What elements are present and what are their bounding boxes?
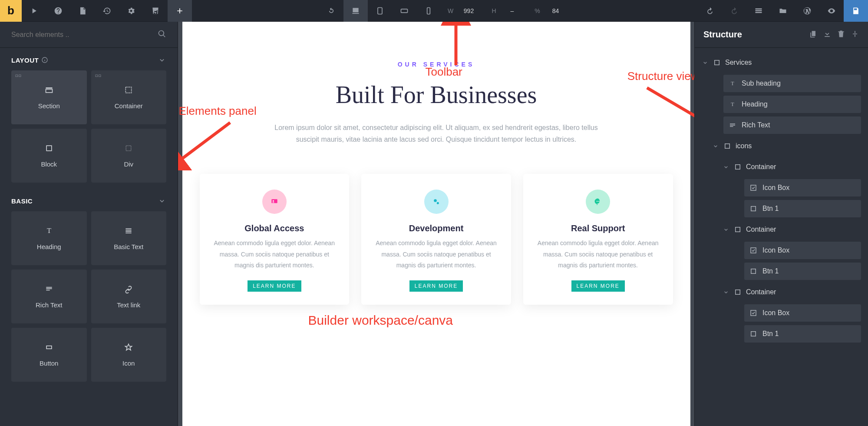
element-card-text-link[interactable]: Text link — [91, 270, 167, 323]
height-value[interactable]: – — [502, 7, 523, 14]
svg-rect-6 — [46, 87, 52, 89]
device-mobile-icon[interactable] — [416, 0, 441, 22]
width-label: W — [445, 7, 456, 14]
element-card-rich-text[interactable]: Rich Text — [11, 270, 87, 323]
download-icon[interactable] — [823, 30, 832, 40]
tree-item[interactable]: icons — [695, 136, 868, 156]
element-card-container[interactable]: Container — [91, 70, 167, 124]
svg-rect-2 — [427, 7, 430, 14]
learn-more-button[interactable]: LEARN MORE — [409, 280, 463, 292]
element-card-basic-text[interactable]: Basic Text — [91, 211, 167, 265]
css-icon[interactable] — [143, 0, 168, 22]
svg-rect-14 — [46, 346, 52, 349]
tree-item[interactable]: Btn 1 — [695, 261, 868, 282]
element-card-button[interactable]: Button — [11, 328, 87, 382]
lead-text[interactable]: Lorem ipsum dolor sit amet, consectetur … — [263, 122, 610, 145]
element-label: Block — [41, 160, 57, 168]
canvas-wrapper[interactable]: OUR SERVICES Built For Businesses Lorem … — [178, 22, 694, 426]
headline[interactable]: Built For Businesses — [200, 81, 673, 109]
chevron-down-icon[interactable] — [723, 225, 729, 234]
tree-item[interactable]: TSub heading — [695, 73, 868, 94]
feature-card[interactable]: Global Access Aenean commodo ligula egge… — [200, 174, 350, 305]
category-header[interactable]: LAYOUT — [0, 48, 178, 70]
wordpress-icon[interactable] — [795, 0, 819, 22]
learn-more-button[interactable]: LEARN MORE — [571, 280, 625, 292]
element-card-div[interactable]: Div — [91, 129, 167, 183]
tree-item[interactable]: Services — [695, 52, 868, 73]
help-icon[interactable] — [46, 0, 70, 22]
tree-item[interactable]: Icon Box — [695, 177, 868, 198]
preview-icon[interactable] — [819, 0, 844, 22]
svg-rect-1 — [401, 9, 407, 12]
search-row — [0, 22, 178, 48]
tree-item[interactable]: Rich Text — [695, 115, 868, 136]
rows-icon[interactable] — [746, 0, 771, 22]
tree-item[interactable]: Btn 1 — [695, 198, 868, 219]
history-icon[interactable] — [95, 0, 119, 22]
card-title[interactable]: Development — [373, 223, 499, 233]
tree-label: Icon Box — [762, 184, 789, 192]
settings-icon[interactable] — [119, 0, 143, 22]
copy-icon[interactable] — [809, 30, 818, 40]
tree-label: Container — [746, 288, 776, 296]
tree-item[interactable]: Icon Box — [695, 303, 868, 323]
height-control[interactable]: H – — [484, 7, 528, 14]
search-input[interactable] — [11, 31, 158, 39]
device-landscape-icon[interactable] — [392, 0, 416, 22]
element-card-section[interactable]: Section — [11, 70, 87, 124]
tree-icon — [749, 205, 757, 213]
device-desktop-icon[interactable] — [343, 0, 368, 22]
tree-item[interactable]: Container — [695, 156, 868, 177]
width-control[interactable]: W 992 — [441, 7, 484, 14]
zoom-control[interactable]: % 84 — [528, 7, 571, 14]
height-label: H — [488, 7, 500, 14]
structure-panel: Structure ServicesTSub headingTHeadingRi… — [694, 22, 868, 426]
expand-icon[interactable] — [851, 30, 859, 40]
play-icon[interactable] — [22, 0, 46, 22]
element-label: Heading — [37, 243, 61, 250]
element-card-icon[interactable]: Icon — [91, 328, 167, 382]
delete-icon[interactable] — [837, 30, 845, 40]
folder-icon[interactable] — [771, 0, 795, 22]
chevron-down-icon[interactable] — [723, 163, 729, 171]
search-icon[interactable] — [158, 30, 166, 40]
card-title[interactable]: Global Access — [212, 223, 337, 233]
tree-item[interactable]: THeading — [695, 94, 868, 115]
card-text[interactable]: Aenean commodo ligula egget dolor. Aenea… — [373, 238, 499, 271]
element-label: Icon — [122, 359, 135, 367]
svg-rect-9 — [99, 75, 101, 77]
element-card-heading[interactable]: THeading — [11, 211, 87, 265]
tree-item[interactable]: Btn 1 — [695, 323, 868, 344]
chevron-down-icon[interactable] — [723, 288, 729, 296]
zoom-value[interactable]: 84 — [545, 7, 567, 14]
tree-label: Sub heading — [742, 80, 781, 87]
svg-rect-28 — [725, 144, 730, 149]
width-value[interactable]: 992 — [458, 7, 480, 14]
eyebrow[interactable]: OUR SERVICES — [200, 61, 673, 68]
chevron-down-icon[interactable] — [712, 142, 719, 150]
text-link-icon — [124, 285, 133, 295]
reload-icon[interactable] — [319, 0, 343, 22]
tree-item[interactable]: Container — [695, 282, 868, 303]
learn-more-button[interactable]: LEARN MORE — [248, 280, 301, 292]
add-element-button[interactable] — [168, 0, 192, 22]
brand-logo[interactable]: b — [0, 0, 22, 22]
canvas[interactable]: OUR SERVICES Built For Businesses Lorem … — [182, 22, 690, 426]
chevron-down-icon[interactable] — [702, 58, 709, 67]
pages-icon[interactable] — [70, 0, 95, 22]
tree-icon — [749, 184, 757, 192]
card-title[interactable]: Real Support — [535, 223, 661, 233]
save-button[interactable] — [844, 0, 868, 22]
card-text[interactable]: Aenean commodo ligula egget dolor. Aenea… — [535, 238, 661, 271]
redo-icon[interactable] — [722, 0, 746, 22]
element-card-block[interactable]: Block — [11, 129, 87, 183]
tree-item[interactable]: Container — [695, 219, 868, 240]
category-header[interactable]: BASIC — [0, 189, 178, 211]
feature-card[interactable]: Real Support Aenean commodo ligula egget… — [523, 174, 673, 305]
undo-icon[interactable] — [698, 0, 722, 22]
device-tablet-icon[interactable] — [368, 0, 392, 22]
card-text[interactable]: Aenean commodo ligula egget dolor. Aenea… — [212, 238, 337, 271]
svg-rect-5 — [19, 75, 21, 77]
tree-item[interactable]: Icon Box — [695, 240, 868, 261]
feature-card[interactable]: Development Aenean commodo ligula egget … — [361, 174, 511, 305]
